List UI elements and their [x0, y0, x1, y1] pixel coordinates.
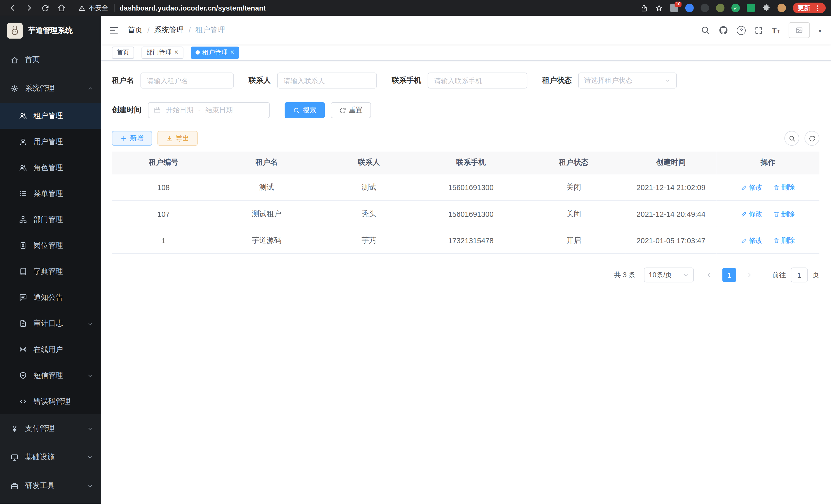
- code-icon: [19, 397, 27, 405]
- table-toolbar: 新增 导出: [112, 131, 819, 146]
- button-label: 删除: [781, 236, 795, 245]
- site-security-indicator[interactable]: 不安全: [78, 3, 109, 12]
- sidebar-logo[interactable]: 芋道管理系统: [0, 16, 101, 46]
- column-header: 联系手机: [420, 152, 522, 174]
- sidebar-item-infra[interactable]: 基础设施: [0, 443, 101, 471]
- chevron-left-icon: [706, 272, 712, 278]
- sidebar-item-sms[interactable]: 短信管理: [0, 362, 101, 388]
- fullscreen-icon[interactable]: [754, 26, 763, 35]
- refresh-icon: [339, 107, 346, 114]
- delete-button[interactable]: 删除: [773, 183, 795, 192]
- reload-icon[interactable]: [41, 4, 49, 12]
- tag-home[interactable]: 首页: [112, 46, 134, 58]
- close-icon[interactable]: [230, 49, 234, 56]
- sidebar-item-home[interactable]: 首页: [0, 46, 101, 74]
- extension-icon[interactable]: [701, 4, 709, 12]
- chevron-down-icon: [683, 272, 689, 278]
- profile-avatar[interactable]: [778, 4, 786, 12]
- sidebar-item-devtools[interactable]: 研发工具: [0, 472, 101, 500]
- browser-update-button[interactable]: 更新: [793, 3, 826, 13]
- pagination: 共 3 条 10条/页 1 前往 页: [112, 268, 819, 283]
- avatar[interactable]: [789, 22, 810, 38]
- table-row: 108 测试 测试 15601691300 关闭 2021-12-14 21:0…: [112, 174, 819, 201]
- forward-icon[interactable]: [25, 4, 33, 12]
- extension-icon[interactable]: [685, 4, 694, 12]
- prev-page-button[interactable]: [702, 268, 716, 282]
- github-icon[interactable]: [719, 25, 728, 35]
- home-icon[interactable]: [57, 4, 66, 12]
- add-button[interactable]: 新增: [112, 131, 152, 146]
- extensions-puzzle-icon[interactable]: [762, 4, 771, 12]
- filter-create-time: 创建时间 开始日期 - 结束日期: [112, 102, 270, 118]
- breadcrumb-item[interactable]: 系统管理: [154, 25, 184, 35]
- bookmark-star-icon[interactable]: [655, 4, 663, 12]
- sidebar-item-dict[interactable]: 字典管理: [0, 259, 101, 285]
- tag-label: 部门管理: [146, 48, 172, 57]
- date-range-picker[interactable]: 开始日期 - 结束日期: [148, 102, 269, 118]
- sidebar-item-dept[interactable]: 部门管理: [0, 207, 101, 233]
- current-page-button[interactable]: 1: [722, 268, 736, 282]
- share-icon[interactable]: [640, 4, 648, 12]
- search-button[interactable]: 搜索: [285, 102, 325, 118]
- cell-tenant-name: 测试: [215, 174, 318, 201]
- sidebar-item-error-code[interactable]: 错误码管理: [0, 388, 101, 414]
- url-text[interactable]: dashboard.yudao.iocoder.cn/system/tenant: [119, 4, 266, 12]
- cell-mobile: 15601691300: [420, 201, 522, 227]
- sidebar-item-payment[interactable]: 支付管理: [0, 414, 101, 443]
- sidebar-item-online-user[interactable]: 在线用户: [0, 336, 101, 362]
- field-label: 联系人: [249, 76, 271, 85]
- sidebar-item-label: 在线用户: [33, 345, 63, 354]
- search-icon[interactable]: [701, 25, 710, 35]
- goto-page-input[interactable]: [791, 268, 808, 283]
- sidebar-item-audit-log[interactable]: 审计日志: [0, 310, 101, 336]
- sidebar-item-tenant[interactable]: 租户管理: [0, 103, 101, 129]
- column-header: 创建时间: [625, 152, 717, 174]
- edit-button[interactable]: 修改: [741, 209, 763, 218]
- sidebar-item-menu[interactable]: 菜单管理: [0, 181, 101, 207]
- tag-dept[interactable]: 部门管理: [142, 46, 183, 58]
- tag-tenant-active[interactable]: 租户管理: [191, 46, 239, 58]
- edit-button[interactable]: 修改: [741, 183, 763, 192]
- reset-button[interactable]: 重置: [331, 102, 371, 118]
- help-icon[interactable]: [737, 26, 746, 35]
- cell-contact: 测试: [318, 174, 420, 201]
- mobile-input[interactable]: [428, 73, 527, 89]
- extension-icon[interactable]: [716, 4, 724, 12]
- edit-button[interactable]: 修改: [741, 236, 763, 245]
- tenant-name-input[interactable]: [141, 73, 234, 89]
- button-label: 修改: [749, 183, 763, 192]
- sidebar-item-system[interactable]: 系统管理: [0, 74, 101, 103]
- next-page-button[interactable]: [743, 268, 756, 282]
- sidebar-item-label: 租户管理: [33, 111, 63, 120]
- range-separator: -: [198, 106, 200, 114]
- export-button[interactable]: 导出: [157, 131, 198, 146]
- sidebar-item-role[interactable]: 角色管理: [0, 155, 101, 181]
- collapse-sidebar-icon[interactable]: [109, 25, 119, 35]
- column-header: 联系人: [318, 152, 420, 174]
- toggle-search-button[interactable]: [784, 131, 799, 146]
- extension-icon[interactable]: [731, 4, 740, 12]
- close-icon[interactable]: [174, 49, 179, 56]
- sidebar-item-notice[interactable]: 通知公告: [0, 285, 101, 310]
- refresh-table-button[interactable]: [805, 131, 820, 146]
- field-label: 创建时间: [112, 105, 142, 115]
- font-size-icon[interactable]: [772, 26, 780, 35]
- sidebar-item-user[interactable]: 用户管理: [0, 129, 101, 155]
- breadcrumb-item[interactable]: 首页: [128, 25, 143, 35]
- field-label: 租户名: [112, 76, 134, 85]
- back-icon[interactable]: [8, 4, 17, 12]
- caret-down-icon[interactable]: [819, 25, 821, 35]
- sidebar-item-label: 短信管理: [33, 371, 63, 380]
- extension-icon-badged[interactable]: 10: [670, 4, 678, 12]
- delete-button[interactable]: 删除: [773, 209, 795, 218]
- page-size-select[interactable]: 10条/页: [644, 268, 694, 283]
- cell-actions: 修改 删除: [717, 201, 820, 227]
- sidebar-item-post[interactable]: 岗位管理: [0, 233, 101, 259]
- delete-button[interactable]: 删除: [773, 236, 795, 245]
- contact-input[interactable]: [277, 73, 377, 89]
- extension-icon[interactable]: [747, 4, 755, 12]
- book-icon: [19, 268, 27, 276]
- sidebar-item-label: 角色管理: [33, 163, 63, 172]
- status-select[interactable]: 请选择租户状态: [578, 73, 677, 89]
- tag-label: 首页: [117, 48, 130, 57]
